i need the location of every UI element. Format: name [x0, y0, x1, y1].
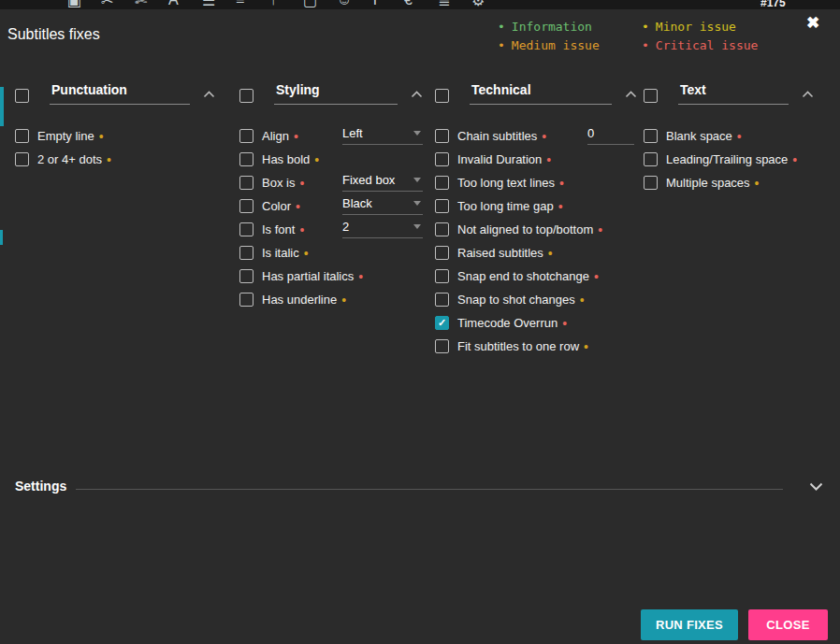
fix-row: Empty line • — [15, 124, 215, 148]
fix-checkbox[interactable] — [435, 222, 449, 236]
fix-checkbox[interactable] — [435, 176, 449, 190]
fix-row: Raised subtitles • — [435, 241, 637, 265]
fix-label: Align — [262, 129, 289, 143]
list-icon[interactable]: ≣ — [438, 0, 450, 9]
accent-bar — [0, 87, 4, 126]
box-is-select[interactable]: Fixed box — [342, 173, 423, 192]
fix-label: Blank space — [666, 129, 732, 143]
section-text: Text Blank space • Leading/Trailing spac… — [644, 82, 814, 194]
monitor-icon[interactable]: ▣ — [67, 0, 81, 9]
severity-dot: • — [299, 177, 304, 190]
fix-checkbox[interactable] — [239, 176, 253, 190]
fix-row: Invalid Duration • — [435, 148, 637, 171]
section-title: Punctuation — [51, 82, 127, 97]
user-icon[interactable]: ☺ — [337, 0, 352, 8]
gear-icon[interactable]: ⚙ — [471, 0, 485, 9]
section-header: Styling — [239, 82, 423, 105]
section-checkbox[interactable] — [239, 89, 253, 103]
fix-checkbox[interactable] — [239, 246, 253, 260]
fix-checkbox[interactable] — [239, 152, 253, 166]
subtitle-counter: #175 — [760, 0, 786, 9]
section-title-underline: Styling — [274, 81, 398, 105]
spellcheck-icon[interactable]: A — [168, 0, 179, 8]
section-checkbox[interactable] — [435, 89, 449, 103]
chain-subtitles-input[interactable] — [587, 126, 634, 145]
arrow-up-icon[interactable]: ↑ — [269, 0, 277, 8]
chevron-down-icon[interactable] — [809, 482, 823, 491]
severity-dot: • — [542, 130, 546, 143]
select-value: Black — [342, 196, 372, 210]
fix-checkbox[interactable] — [239, 199, 253, 213]
severity-dot: • — [546, 153, 551, 166]
fix-row: Timecode Overrun • — [435, 311, 637, 335]
fix-checkbox[interactable] — [435, 316, 449, 330]
is-font-select[interactable]: 2 — [342, 220, 423, 238]
frame-icon[interactable]: ▢ — [303, 0, 317, 9]
section-title-underline: Technical — [470, 81, 612, 105]
legend-dot: • — [642, 38, 649, 52]
accent-bar — [0, 230, 3, 245]
fix-label: Snap to shot changes — [457, 293, 575, 307]
fix-checkbox[interactable] — [239, 222, 253, 236]
color-select[interactable]: Black — [342, 196, 423, 215]
fix-row: Too long text lines • — [435, 171, 637, 194]
chevron-down-icon — [413, 201, 421, 206]
align-left-icon[interactable]: ☰ — [202, 0, 215, 9]
fix-row: Is font • 2 — [239, 218, 423, 241]
fix-checkbox[interactable] — [15, 152, 29, 166]
fix-row: Align • Left — [239, 124, 423, 148]
fix-checkbox[interactable] — [435, 269, 449, 283]
fix-checkbox[interactable] — [644, 176, 658, 190]
align-select[interactable]: Left — [342, 126, 423, 145]
chevron-down-icon — [413, 178, 421, 182]
fix-checkbox[interactable] — [644, 129, 658, 143]
chevron-up-icon[interactable] — [802, 91, 814, 98]
severity-dot: • — [559, 177, 564, 190]
fix-checkbox[interactable] — [239, 129, 253, 143]
close-icon[interactable]: ✖ — [806, 15, 819, 31]
run-fixes-button[interactable]: RUN FIXES — [641, 609, 738, 640]
fix-checkbox[interactable] — [644, 152, 658, 166]
severity-dot: • — [314, 153, 319, 166]
section-checkbox[interactable] — [644, 89, 658, 103]
fix-checkbox[interactable] — [239, 269, 253, 283]
fix-label: Timecode Overrun — [457, 316, 558, 330]
severity-dot: • — [548, 247, 553, 260]
section-punctuation: Punctuation Empty line • 2 or 4+ dots • — [15, 82, 215, 171]
fix-checkbox[interactable] — [15, 129, 29, 143]
fix-checkbox[interactable] — [435, 199, 449, 213]
severity-dot: • — [99, 130, 104, 143]
section-technical: Technical Chain subtitles • Invalid Dura… — [435, 82, 637, 358]
fix-row: Has bold • — [239, 148, 423, 171]
scissors-icon[interactable]: ✂ — [101, 0, 113, 9]
chevron-up-icon[interactable] — [625, 91, 637, 98]
chevron-up-icon[interactable] — [411, 91, 423, 98]
fix-checkbox[interactable] — [435, 129, 449, 143]
severity-dot: • — [594, 270, 599, 283]
fix-label: Has underline — [262, 293, 337, 307]
section-header: Technical — [435, 82, 637, 105]
settings-title: Settings — [15, 479, 66, 494]
close-button[interactable]: CLOSE — [748, 609, 828, 640]
legend-critical-issue: •Critical issue — [642, 38, 758, 52]
section-checkbox[interactable] — [15, 89, 29, 103]
section-title-underline: Text — [678, 81, 789, 105]
text-bottom-icon[interactable]: T — [370, 0, 380, 8]
fix-checkbox[interactable] — [435, 293, 449, 307]
fix-row: Blank space • — [644, 124, 814, 148]
strikeout-icon[interactable]: ✄ — [135, 0, 147, 9]
fix-label: Invalid Duration — [457, 152, 542, 166]
chevron-up-icon[interactable] — [203, 91, 215, 98]
fix-checkbox[interactable] — [435, 339, 449, 353]
fix-checkbox[interactable] — [435, 246, 449, 260]
fix-row: Fit subtitles to one row • — [435, 335, 637, 358]
fix-label: Is italic — [262, 246, 299, 260]
align-center-icon[interactable]: ≡ — [236, 0, 244, 8]
fix-checkbox[interactable] — [435, 152, 449, 166]
fix-label: Has partial italics — [262, 269, 354, 283]
fix-checkbox[interactable] — [239, 293, 253, 307]
fix-label: Empty line — [37, 129, 94, 143]
euro-icon[interactable]: € — [404, 0, 413, 8]
fix-label: Too long time gap — [457, 199, 554, 213]
fix-label: Too long text lines — [457, 176, 555, 190]
